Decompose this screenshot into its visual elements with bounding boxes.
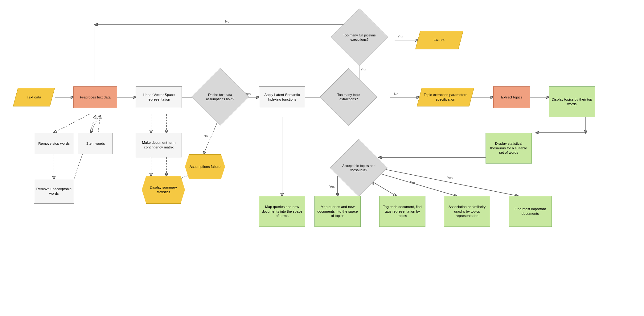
acceptable-topics-inner: Acceptable topics and thesaurus? (341, 148, 377, 188)
display-summary-label: Display summary statistics (144, 185, 183, 194)
extract-topics-label: Extract topics (501, 95, 522, 100)
topic-params-label: Topic extraction parameters specificatio… (421, 93, 470, 102)
failure-node: Failure (415, 31, 463, 49)
svg-text:No: No (203, 134, 208, 138)
acceptable-topics-label: Acceptable topics and thesaurus? (342, 164, 376, 173)
remove-unacceptable-label: Remove unacceptable words (36, 187, 72, 196)
svg-text:No: No (225, 19, 229, 23)
stem-words-node: Stem words (79, 133, 113, 154)
association-graphs-label: Association or similarity graphs by topi… (446, 205, 488, 218)
too-many-topic-node: Too many topic extractions? (320, 68, 378, 126)
svg-line-27 (379, 168, 518, 196)
assumptions-check-label: Do the text data assumptions hold? (203, 93, 237, 102)
display-stat-thesaurus-label: Display statistical thesaurus for a suit… (488, 141, 530, 155)
too-many-pipeline-node: Too many full pipeline executions? (331, 9, 388, 66)
map-queries-topics-node: Map queries and new documents into the s… (314, 196, 361, 227)
display-topics-node: Display topics by their top words (549, 86, 595, 117)
preprocess-node: Preproces text data (73, 86, 117, 108)
text-data-label: Text data (27, 95, 41, 100)
lvsr-label: Linear Vector Space representation (138, 93, 180, 102)
svg-line-25 (370, 171, 456, 196)
acceptable-topics-node: Acceptable topics and thesaurus? (330, 139, 388, 197)
find-important-label: Find most important documents (511, 207, 550, 216)
svg-text:Yes: Yes (410, 181, 416, 184)
make-matrix-label: Make document-term contingency matrix (138, 140, 180, 150)
assumptions-check-inner: Do the text data assumptions hold? (202, 77, 238, 117)
remove-stop-node: Remove stop words (34, 133, 74, 154)
display-summary-node: Display summary statistics (142, 176, 185, 204)
map-queries-terms-label: Map queries and new documents into the s… (261, 205, 303, 218)
svg-text:Yes: Yes (329, 185, 335, 188)
too-many-topic-inner: Too many topic extractions? (330, 77, 367, 117)
tag-documents-node: Tag each document, find tags representat… (379, 196, 425, 227)
tag-documents-label: Tag each document, find tags representat… (381, 205, 423, 218)
extract-topics-node: Extract topics (493, 86, 530, 108)
find-important-node: Find most important documents (509, 196, 552, 227)
too-many-pipeline-label: Too many full pipeline executions? (343, 33, 376, 42)
failure-label: Failure (434, 38, 445, 43)
apply-lsi-node: Apply Latent Semantic Indexing functions (259, 86, 305, 108)
map-queries-topics-label: Map queries and new documents into the s… (317, 205, 359, 218)
svg-text:Yes: Yes (361, 68, 366, 72)
assumptions-failure-label: Assumptions failure (190, 164, 220, 169)
svg-line-30 (54, 114, 89, 133)
make-matrix-node: Make document-term contingency matrix (136, 133, 182, 157)
text-data-node: Text data (13, 88, 55, 106)
stem-words-label: Stem words (86, 141, 105, 146)
too-many-topic-label: Too many topic extractions? (332, 93, 366, 102)
assumptions-check-node: Do the text data assumptions hold? (191, 68, 249, 126)
svg-text:Yes: Yes (398, 35, 403, 39)
topic-params-node: Topic extraction parameters specificatio… (417, 88, 474, 106)
svg-line-31 (91, 116, 99, 133)
svg-text:No: No (394, 92, 398, 96)
display-stat-thesaurus-node: Display statistical thesaurus for a suit… (486, 133, 532, 164)
apply-lsi-label: Apply Latent Semantic Indexing functions (261, 93, 303, 102)
association-graphs-node: Association or similarity graphs by topi… (444, 196, 490, 227)
svg-text:Yes: Yes (447, 176, 453, 180)
lvsr-node: Linear Vector Space representation (136, 86, 182, 108)
remove-unacceptable-node: Remove unacceptable words (34, 179, 74, 204)
too-many-pipeline-inner: Too many full pipeline executions? (341, 17, 378, 58)
remove-stop-label: Remove stop words (38, 141, 70, 146)
display-topics-label: Display topics by their top words (551, 97, 593, 106)
map-queries-terms-node: Map queries and new documents into the s… (259, 196, 305, 227)
preprocess-label: Preproces text data (80, 95, 111, 100)
assumptions-failure-node: Assumptions failure (185, 154, 225, 179)
